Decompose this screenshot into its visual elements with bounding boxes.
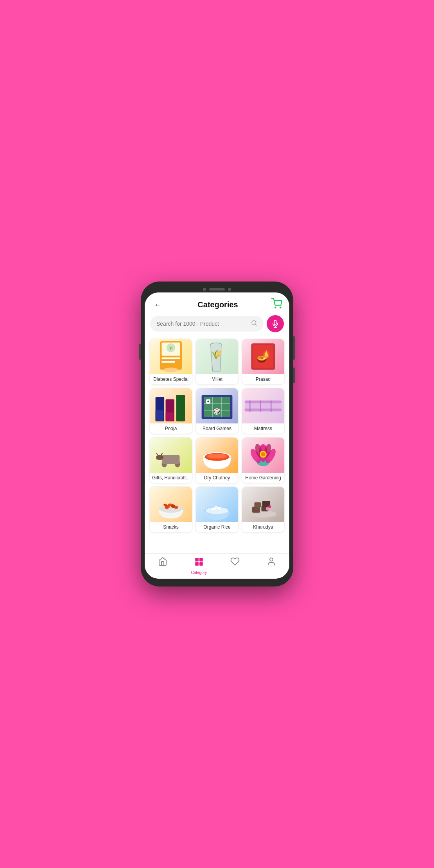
svg-line-44 — [156, 453, 158, 455]
search-icon — [251, 320, 257, 328]
svg-text:🎲: 🎲 — [213, 408, 221, 415]
back-button[interactable]: ← — [152, 298, 164, 311]
category-image-board-games: 🎲 — [196, 388, 238, 423]
categories-grid: 🌾 Diabetes Special — [145, 337, 289, 553]
wishlist-icon — [230, 557, 240, 569]
category-card-snacks[interactable]: Snacks — [149, 486, 192, 533]
svg-rect-82 — [199, 562, 203, 566]
camera-dot-left — [203, 288, 206, 291]
category-label-kharudya: Kharudya — [242, 522, 284, 532]
category-image-mattress — [242, 388, 284, 423]
svg-point-13 — [164, 368, 178, 372]
phone-screen: ← Categories — [145, 292, 289, 579]
category-label-snacks: Snacks — [150, 522, 192, 532]
category-card-mattress[interactable]: Mattress — [242, 388, 285, 434]
svg-point-78 — [269, 505, 271, 508]
svg-rect-11 — [161, 361, 175, 363]
category-label-millet: Millet — [196, 374, 238, 384]
category-label-board-games: Board Games — [196, 423, 238, 434]
svg-rect-73 — [252, 507, 260, 513]
category-label-pooja: Pooja — [150, 423, 192, 434]
nav-item-profile[interactable] — [253, 557, 290, 575]
category-card-dry-chutney[interactable]: Dry Chutney — [195, 437, 239, 483]
search-input[interactable] — [156, 321, 248, 327]
category-image-prasad: 🪔 — [242, 339, 284, 374]
svg-point-69 — [215, 506, 217, 507]
camera-bar — [145, 285, 289, 292]
svg-point-77 — [266, 507, 269, 511]
svg-rect-40 — [162, 455, 180, 464]
category-card-prasad[interactable]: 🪔 Prasad — [242, 339, 285, 385]
category-card-home-gardening[interactable]: Home Gardening — [242, 437, 285, 483]
svg-rect-80 — [199, 558, 203, 561]
profile-icon — [267, 557, 276, 569]
category-image-snacks — [150, 487, 192, 522]
header: ← Categories — [145, 292, 289, 315]
category-card-millet[interactable]: 🌾 Millet — [195, 339, 239, 385]
category-image-dry-chutney — [196, 438, 238, 473]
svg-point-1 — [280, 307, 281, 308]
search-input-wrap[interactable] — [150, 316, 264, 332]
category-card-board-games[interactable]: 🎲 Board Games — [195, 388, 239, 434]
grid-row-3: Gifts, Handicraft... — [149, 437, 285, 483]
nav-item-home[interactable] — [145, 557, 181, 575]
category-nav-label: Category — [191, 570, 207, 575]
svg-line-3 — [255, 324, 256, 325]
phone-device: ← Categories — [141, 282, 293, 586]
category-image-kharudya — [242, 487, 284, 522]
category-label-prasad: Prasad — [242, 374, 284, 384]
category-card-pooja[interactable]: Pooja — [149, 388, 192, 434]
category-card-gifts-handicraft[interactable]: Gifts, Handicraft... — [149, 437, 192, 483]
category-image-home-gardening — [242, 438, 284, 473]
svg-point-83 — [270, 558, 273, 561]
camera-dot-right — [228, 288, 231, 291]
svg-rect-43 — [161, 456, 162, 459]
svg-line-45 — [161, 453, 162, 455]
svg-rect-81 — [195, 562, 199, 566]
svg-rect-20 — [176, 395, 185, 421]
grid-row-2: Pooja — [149, 388, 285, 434]
grid-row-4: Snacks — [149, 486, 285, 533]
svg-point-66 — [206, 507, 229, 514]
category-label-diabetes-special: Diabetes Special — [150, 374, 192, 384]
svg-point-71 — [211, 509, 214, 510]
svg-rect-79 — [195, 558, 199, 561]
category-card-kharudya[interactable]: Kharudya — [242, 486, 285, 533]
category-label-gifts-handicraft: Gifts, Handicraft... — [150, 473, 192, 483]
svg-rect-21 — [156, 410, 163, 421]
category-image-diabetes-special: 🌾 — [150, 339, 192, 374]
cart-button[interactable] — [271, 298, 282, 311]
page-title: Categories — [197, 300, 238, 309]
category-label-organic-rice: Organic Rice — [196, 522, 238, 532]
category-label-home-gardening: Home Gardening — [242, 473, 284, 483]
svg-point-0 — [275, 307, 276, 308]
home-icon — [158, 557, 167, 569]
mic-button[interactable] — [267, 315, 284, 332]
svg-rect-42 — [156, 456, 158, 459]
svg-rect-75 — [255, 502, 261, 508]
svg-point-30 — [207, 401, 209, 403]
svg-point-57 — [261, 452, 265, 456]
nav-item-wishlist[interactable] — [217, 557, 253, 575]
svg-point-68 — [217, 507, 221, 509]
category-label-dry-chutney: Dry Chutney — [196, 473, 238, 483]
category-image-pooja — [150, 388, 192, 423]
category-image-gifts-handicraft — [150, 438, 192, 473]
category-image-millet: 🌾 — [196, 339, 238, 374]
svg-rect-10 — [161, 357, 180, 359]
category-card-organic-rice[interactable]: Organic Rice — [195, 486, 239, 533]
nav-item-category[interactable]: Category — [181, 557, 217, 575]
category-label-mattress: Mattress — [242, 423, 284, 434]
svg-text:🌾: 🌾 — [211, 349, 223, 360]
category-icon — [194, 557, 204, 569]
grid-row-1: 🌾 Diabetes Special — [149, 339, 285, 385]
svg-text:🪔: 🪔 — [256, 349, 271, 363]
svg-point-70 — [219, 509, 222, 510]
speaker — [209, 288, 225, 291]
bottom-nav: Category — [145, 553, 289, 579]
svg-rect-22 — [166, 412, 174, 421]
category-image-organic-rice — [196, 487, 238, 522]
category-card-diabetes-special[interactable]: 🌾 Diabetes Special — [149, 339, 192, 385]
svg-text:🌾: 🌾 — [169, 346, 174, 351]
search-bar — [145, 315, 289, 337]
